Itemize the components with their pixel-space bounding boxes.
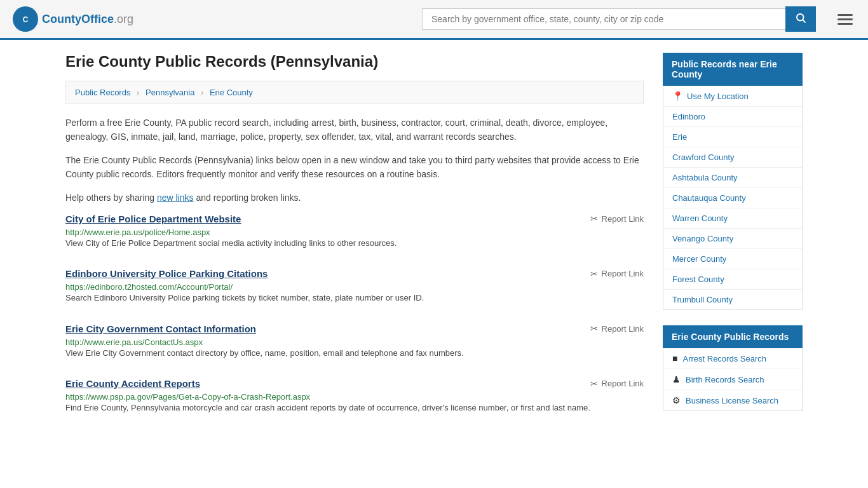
logo-icon: C <box>13 6 38 32</box>
sidebar-item-warren[interactable]: Warren County <box>663 208 802 229</box>
sidebar-item-crawford[interactable]: Crawford County <box>663 147 802 168</box>
report-icon: ✂ <box>590 214 598 224</box>
new-links-link[interactable]: new links <box>157 193 194 203</box>
records-header: Erie County Public Records <box>663 325 803 348</box>
search-button[interactable] <box>785 6 816 32</box>
sidebar-item-trumbull[interactable]: Trumbull County <box>663 290 802 309</box>
venango-link[interactable]: Venango County <box>672 234 733 243</box>
result-item: Erie County Accident Reports ✂ Report Li… <box>65 378 644 414</box>
edinboro-link[interactable]: Edinboro <box>672 112 705 121</box>
description-1: Perform a free Erie County, PA public re… <box>65 116 644 144</box>
result-title-row: Edinboro University Police Parking Citat… <box>65 268 644 279</box>
report-link-button[interactable]: ✂ Report Link <box>590 214 644 224</box>
result-title-link[interactable]: Erie City Government Contact Information <box>65 323 256 334</box>
sidebar-record-birth[interactable]: ♟ Birth Records Search <box>663 369 802 390</box>
sidebar: Public Records near Erie County 📍 Use My… <box>663 53 803 433</box>
birth-icon: ♟ <box>672 374 681 384</box>
sidebar-item-venango[interactable]: Venango County <box>663 229 802 249</box>
forest-link[interactable]: Forest County <box>672 274 724 284</box>
description-3-after: and reporting broken links. <box>194 193 301 203</box>
header: C CountyOffice.org <box>0 0 868 40</box>
description-3-before: Help others by sharing <box>65 193 157 203</box>
use-my-location-link[interactable]: Use My Location <box>687 92 749 101</box>
main-container: Erie County Public Records (Pennsylvania… <box>53 40 815 446</box>
business-license-link[interactable]: Business License Search <box>686 396 778 405</box>
result-title-link[interactable]: Edinboro University Police Parking Citat… <box>65 268 268 279</box>
logo[interactable]: C CountyOffice.org <box>13 6 133 32</box>
sidebar-item-forest[interactable]: Forest County <box>663 269 802 290</box>
result-item: Erie City Government Contact Information… <box>65 323 644 360</box>
mercer-link[interactable]: Mercer County <box>672 254 726 264</box>
report-icon: ✂ <box>590 379 598 389</box>
crawford-link[interactable]: Crawford County <box>672 152 735 162</box>
report-icon: ✂ <box>590 269 598 279</box>
sidebar-item-ashtabula[interactable]: Ashtabula County <box>663 168 802 188</box>
nearby-section: Public Records near Erie County 📍 Use My… <box>663 53 803 310</box>
nearby-list: 📍 Use My Location Edinboro Erie Crawford… <box>663 86 803 310</box>
sidebar-record-arrest[interactable]: ■ Arrest Records Search <box>663 348 802 369</box>
report-link-button[interactable]: ✂ Report Link <box>590 323 644 334</box>
result-title-row: City of Erie Police Department Website ✂… <box>65 214 644 224</box>
breadcrumb-erie-county[interactable]: Erie County <box>210 88 253 97</box>
result-url[interactable]: http://www.erie.pa.us/ContactUs.aspx <box>65 337 203 347</box>
report-icon: ✂ <box>590 323 598 334</box>
sidebar-item-erie[interactable]: Erie <box>663 127 802 147</box>
search-input[interactable] <box>422 8 785 30</box>
breadcrumb-public-records[interactable]: Public Records <box>75 88 130 97</box>
result-description: Search Edinboro University Police parkin… <box>65 292 644 304</box>
svg-text:C: C <box>23 15 29 24</box>
nearby-header: Public Records near Erie County <box>663 53 803 86</box>
result-description: Find Erie County, Pennsylvania motorcycl… <box>65 402 644 414</box>
report-link-label: Report Link <box>602 269 644 278</box>
logo-text: CountyOffice.org <box>42 13 133 26</box>
report-link-label: Report Link <box>602 379 644 388</box>
report-link-label: Report Link <box>602 324 644 334</box>
warren-link[interactable]: Warren County <box>672 214 728 223</box>
search-area <box>422 6 816 32</box>
arrest-records-link[interactable]: Arrest Records Search <box>682 354 766 363</box>
report-link-label: Report Link <box>602 214 644 224</box>
report-link-button[interactable]: ✂ Report Link <box>590 269 644 279</box>
records-list: ■ Arrest Records Search ♟ Birth Records … <box>663 348 803 411</box>
business-icon: ⚙ <box>672 395 681 405</box>
arrest-icon: ■ <box>672 353 677 363</box>
content-area: Erie County Public Records (Pennsylvania… <box>65 53 644 433</box>
sidebar-item-edinboro[interactable]: Edinboro <box>663 107 802 127</box>
result-title-row: Erie City Government Contact Information… <box>65 323 644 334</box>
result-url[interactable]: https://edinboro.t2hosted.com/Account/Po… <box>65 282 233 292</box>
breadcrumb-sep-1: › <box>137 88 139 97</box>
svg-point-2 <box>797 14 804 21</box>
result-url[interactable]: https://www.psp.pa.gov/Pages/Get-a-Copy-… <box>65 392 310 402</box>
result-description: View Erie City Government contact direct… <box>65 347 644 360</box>
results: City of Erie Police Department Website ✂… <box>65 214 644 414</box>
description-3: Help others by sharing new links and rep… <box>65 191 644 205</box>
breadcrumb-pennsylvania[interactable]: Pennsylvania <box>146 88 194 97</box>
breadcrumb: Public Records › Pennsylvania › Erie Cou… <box>65 81 644 104</box>
ashtabula-link[interactable]: Ashtabula County <box>672 173 738 182</box>
sidebar-item-mercer[interactable]: Mercer County <box>663 249 802 269</box>
report-link-button[interactable]: ✂ Report Link <box>590 379 644 389</box>
location-icon: 📍 <box>672 91 683 101</box>
chautauqua-link[interactable]: Chautauqua County <box>672 193 746 203</box>
result-title-link[interactable]: City of Erie Police Department Website <box>65 214 241 224</box>
breadcrumb-sep-2: › <box>201 88 203 97</box>
result-item: Edinboro University Police Parking Citat… <box>65 268 644 304</box>
page-title: Erie County Public Records (Pennsylvania… <box>65 53 644 71</box>
birth-records-link[interactable]: Birth Records Search <box>686 375 764 384</box>
sidebar-item-chautauqua[interactable]: Chautauqua County <box>663 188 802 208</box>
sidebar-record-business[interactable]: ⚙ Business License Search <box>663 390 802 410</box>
description-2: The Erie County Public Records (Pennsylv… <box>65 153 644 182</box>
menu-button[interactable] <box>835 11 855 27</box>
result-url[interactable]: http://www.erie.pa.us/police/Home.aspx <box>65 227 210 237</box>
erie-link[interactable]: Erie <box>672 132 687 142</box>
result-title-row: Erie County Accident Reports ✂ Report Li… <box>65 378 644 389</box>
trumbull-link[interactable]: Trumbull County <box>672 295 733 304</box>
result-item: City of Erie Police Department Website ✂… <box>65 214 644 250</box>
records-section: Erie County Public Records ■ Arrest Reco… <box>663 325 803 411</box>
result-title-link[interactable]: Erie County Accident Reports <box>65 378 200 389</box>
svg-line-3 <box>803 20 805 22</box>
use-my-location-item[interactable]: 📍 Use My Location <box>663 86 802 107</box>
result-description: View City of Erie Police Department soci… <box>65 237 644 250</box>
